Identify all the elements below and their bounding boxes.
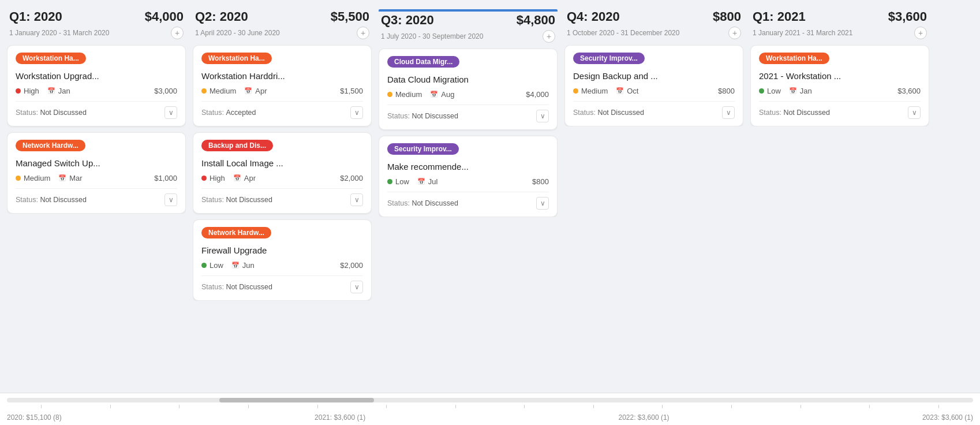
column-q4-2020: Q4: 2020$8001 October 2020 - 31 December… — [564, 9, 743, 393]
card-card-9[interactable]: Workstation Ha...2021 - Workstation ...L… — [750, 45, 929, 126]
priority-label-card-7: Low — [395, 177, 409, 186]
card-status-label-card-2: Status: Not Discussed — [16, 196, 87, 204]
column-title-q3-2020: Q3: 2020 — [381, 13, 434, 28]
column-date-q1-2021: 1 January 2021 - 31 March 2021 — [753, 29, 852, 37]
priority-dot-card-6 — [387, 92, 392, 97]
card-date-card-5: 📅Jun — [231, 261, 255, 270]
card-month-card-5: Jun — [242, 261, 255, 270]
timeline-label-0: 2020: $15,100 (8) — [7, 413, 62, 422]
card-card-8[interactable]: Security Improv...Design Backup and ...M… — [564, 45, 743, 126]
card-expand-button-card-7[interactable]: ∨ — [536, 197, 549, 210]
card-card-2[interactable]: Network Hardw...Managed Switch Up...Medi… — [7, 132, 186, 214]
cards-q3-2020: Cloud Data Migr...Data Cloud MigrationMe… — [379, 49, 558, 217]
card-amount-card-4: $2,000 — [340, 174, 363, 182]
card-priority-card-9: Low — [759, 87, 781, 95]
add-button-q2-2020[interactable]: + — [357, 27, 369, 39]
card-status-row-card-1: Status: Not Discussed∨ — [16, 101, 177, 119]
card-expand-button-card-9[interactable]: ∨ — [908, 106, 921, 119]
card-date-card-7: 📅Jul — [417, 177, 438, 186]
card-priority-card-5: Low — [201, 261, 223, 270]
card-meta-card-2: Medium📅Mar$1,000 — [16, 174, 177, 182]
card-date-card-6: 📅Aug — [430, 90, 454, 99]
card-status-row-card-3: Status: Accepted∨ — [201, 101, 363, 119]
tick-mark — [490, 405, 559, 408]
column-date-q4-2020: 1 October 2020 - 31 December 2020 — [567, 29, 679, 37]
card-amount-card-3: $1,500 — [340, 87, 363, 95]
card-tag-card-2: Network Hardw... — [16, 140, 85, 151]
column-header-q1-2021: Q1: 2021$3,600 — [750, 9, 929, 24]
column-header-q2-2020: Q2: 2020$5,500 — [193, 9, 372, 24]
card-status-row-card-5: Status: Not Discussed∨ — [201, 275, 363, 293]
card-expand-button-card-3[interactable]: ∨ — [350, 106, 363, 119]
card-title-card-5: Firewall Upgrade — [201, 245, 363, 255]
column-title-q2-2020: Q2: 2020 — [195, 9, 248, 24]
card-meta-card-9: Low📅Jan$3,600 — [759, 87, 921, 95]
card-status-row-card-2: Status: Not Discussed∨ — [16, 188, 177, 206]
card-expand-button-card-2[interactable]: ∨ — [164, 193, 177, 206]
column-date-q1-2020: 1 January 2020 - 31 March 2020 — [9, 29, 109, 37]
add-button-q4-2020[interactable]: + — [728, 27, 741, 39]
card-tag-card-1: Workstation Ha... — [16, 53, 86, 64]
add-button-q1-2021[interactable]: + — [914, 27, 927, 39]
cards-q1-2020: Workstation Ha...Workstation Upgrad...Hi… — [7, 45, 186, 214]
bottom-bar: 2020: $15,100 (8)2021: $3,600 (1)2022: $… — [0, 393, 980, 425]
card-month-card-9: Jan — [800, 87, 812, 95]
tick-mark — [697, 405, 766, 408]
calendar-icon-card-9: 📅 — [789, 87, 797, 95]
card-status-row-card-6: Status: Not Discussed∨ — [387, 105, 549, 122]
add-button-q3-2020[interactable]: + — [543, 30, 555, 43]
card-amount-card-8: $800 — [718, 87, 735, 95]
card-expand-button-card-1[interactable]: ∨ — [164, 106, 177, 119]
card-tag-card-6: Cloud Data Migr... — [387, 56, 459, 68]
card-date-card-4: 📅Apr — [233, 174, 256, 182]
card-tag-card-9: Workstation Ha... — [759, 53, 829, 64]
card-expand-button-card-4[interactable]: ∨ — [350, 193, 363, 206]
card-card-7[interactable]: Security Improv...Make recommende...Low📅… — [379, 136, 558, 217]
calendar-icon-card-6: 📅 — [430, 91, 438, 98]
card-status-label-card-5: Status: Not Discussed — [201, 283, 272, 291]
timeline-label-1: 2021: $3,600 (1) — [315, 413, 365, 422]
priority-label-card-2: Medium — [24, 174, 50, 182]
card-status-label-card-6: Status: Not Discussed — [387, 112, 458, 120]
column-header-q4-2020: Q4: 2020$800 — [564, 9, 743, 24]
column-date-q3-2020: 1 July 2020 - 30 September 2020 — [381, 32, 483, 40]
card-status-label-card-3: Status: Accepted — [201, 109, 256, 117]
cards-q1-2021: Workstation Ha...2021 - Workstation ...L… — [750, 45, 929, 126]
card-expand-button-card-6[interactable]: ∨ — [536, 110, 549, 122]
add-button-q1-2020[interactable]: + — [171, 27, 184, 39]
card-date-card-8: 📅Oct — [616, 87, 638, 95]
timeline-label-3: 2023: $3,600 (1) — [922, 413, 973, 422]
card-expand-button-card-5[interactable]: ∨ — [350, 281, 363, 293]
card-card-3[interactable]: Workstation Ha...Workstation Harddri...M… — [193, 45, 372, 126]
card-card-5[interactable]: Network Hardw...Firewall UpgradeLow📅Jun$… — [193, 219, 372, 301]
calendar-icon-card-7: 📅 — [417, 178, 425, 185]
priority-dot-card-9 — [759, 88, 764, 94]
priority-label-card-5: Low — [210, 261, 223, 270]
card-card-1[interactable]: Workstation Ha...Workstation Upgrad...Hi… — [7, 45, 186, 126]
column-date-q2-2020: 1 April 2020 - 30 June 2020 — [195, 29, 280, 37]
card-amount-card-5: $2,000 — [340, 261, 363, 270]
tick-mark — [145, 405, 214, 408]
calendar-icon-card-1: 📅 — [47, 87, 55, 95]
card-amount-card-9: $3,600 — [897, 87, 921, 95]
priority-dot-card-4 — [201, 176, 207, 181]
card-card-6[interactable]: Cloud Data Migr...Data Cloud MigrationMe… — [379, 49, 558, 130]
column-title-q1-2021: Q1: 2021 — [753, 9, 806, 24]
card-tag-card-8: Security Improv... — [573, 53, 645, 64]
card-status-label-card-4: Status: Not Discussed — [201, 196, 272, 204]
scrollbar-thumb[interactable] — [219, 398, 374, 402]
card-status-label-card-9: Status: Not Discussed — [759, 109, 830, 117]
priority-label-card-3: Medium — [210, 87, 236, 95]
timeline-ticks — [7, 405, 973, 408]
card-expand-button-card-8[interactable]: ∨ — [722, 106, 735, 119]
priority-dot-card-3 — [201, 88, 207, 94]
card-month-card-4: Apr — [244, 174, 256, 182]
card-card-4[interactable]: Backup and Dis...Install Local Image ...… — [193, 132, 372, 214]
column-q3-2020: Q3: 2020$4,8001 July 2020 - 30 September… — [379, 9, 558, 393]
card-priority-card-8: Medium — [573, 87, 608, 95]
card-month-card-7: Jul — [428, 177, 438, 186]
card-meta-card-6: Medium📅Aug$4,000 — [387, 90, 549, 99]
card-title-card-8: Design Backup and ... — [573, 71, 735, 81]
card-meta-card-5: Low📅Jun$2,000 — [201, 261, 363, 270]
column-date-row-q4-2020: 1 October 2020 - 31 December 2020+ — [564, 27, 743, 39]
